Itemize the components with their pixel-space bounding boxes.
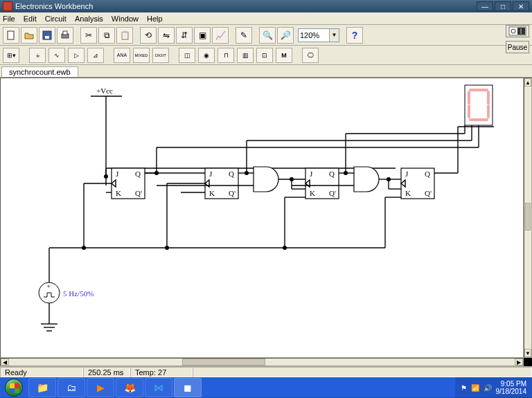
print-button[interactable] xyxy=(57,27,73,44)
sources-icon[interactable]: ⏚ xyxy=(29,48,46,63)
status-time: 250.25 ms xyxy=(83,367,130,377)
svg-text:J: J xyxy=(310,170,313,178)
svg-point-41 xyxy=(245,171,249,175)
status-bar: Ready 250.25 ms Temp: 27 xyxy=(0,366,532,377)
taskbar-ewb-icon[interactable]: ◼ xyxy=(174,378,202,397)
misc2-icon[interactable]: M xyxy=(276,48,292,63)
menu-window[interactable]: Window xyxy=(112,15,139,23)
svg-rect-4 xyxy=(63,31,67,35)
tray-clock[interactable]: 9:05 PM 9/18/2014 xyxy=(496,380,527,395)
subcircuit-button[interactable]: ▣ xyxy=(194,27,211,44)
vertical-scrollbar[interactable]: ▲ ▼ xyxy=(524,78,532,358)
basic-icon[interactable]: ∿ xyxy=(48,48,65,63)
instruments-icon[interactable]: ⊡ xyxy=(256,48,273,63)
diodes-icon[interactable]: ▷ xyxy=(68,48,85,63)
seven-segment-display[interactable] xyxy=(465,85,493,125)
vcc-label: +Vcc xyxy=(96,87,113,95)
transistors-icon[interactable]: ⊿ xyxy=(87,48,104,63)
circuit-canvas[interactable]: +Vcc J Q K Q' J Q K Q' J Q K Q' J Q K Q' xyxy=(0,78,524,358)
svg-text:Q: Q xyxy=(229,170,234,178)
svg-text:Q': Q' xyxy=(135,189,142,197)
taskbar-libraries-icon[interactable]: 🗂 xyxy=(57,378,85,397)
zoom-out-button[interactable]: 🔍 xyxy=(259,27,276,44)
status-blank xyxy=(193,367,532,377)
svg-point-67 xyxy=(165,246,169,250)
controls-icon[interactable]: ⊓ xyxy=(218,48,234,63)
scroll-left-icon[interactable]: ◀ xyxy=(1,359,9,365)
save-button[interactable] xyxy=(39,27,55,44)
system-tray[interactable]: ⚑ 📶 🔊 9:05 PM 9/18/2014 xyxy=(455,377,533,398)
svg-text:Q: Q xyxy=(425,170,430,178)
status-ready: Ready xyxy=(0,367,83,377)
cut-button[interactable]: ✂ xyxy=(80,27,97,44)
tray-flag-icon[interactable]: ⚑ xyxy=(461,384,467,392)
paste-button[interactable]: 📋 xyxy=(116,27,133,44)
flip-v-button[interactable]: ⇵ xyxy=(176,27,193,44)
horizontal-scrollbar[interactable]: ◀ ▶ xyxy=(0,358,524,366)
svg-text:K: K xyxy=(209,189,215,197)
taskbar-explorer-icon[interactable]: 📁 xyxy=(28,378,56,397)
flip-h-button[interactable]: ⇋ xyxy=(158,27,175,44)
vscroll-thumb[interactable] xyxy=(525,203,531,230)
open-button[interactable] xyxy=(21,27,37,44)
minimize-button[interactable]: — xyxy=(477,1,493,11)
digital-ic-icon[interactable]: DIGIT xyxy=(152,48,169,63)
windows-orb-icon xyxy=(5,379,23,397)
document-tab[interactable]: synchrocount.ewb xyxy=(1,66,78,77)
svg-text:Q': Q' xyxy=(425,189,432,197)
svg-text:Q': Q' xyxy=(329,189,336,197)
document-tabs: synchrocount.ewb xyxy=(0,65,532,78)
clock-source[interactable]: + xyxy=(39,282,60,303)
copy-button[interactable]: ⧉ xyxy=(98,27,115,44)
ground-symbol xyxy=(41,324,57,331)
menu-analysis[interactable]: Analysis xyxy=(75,15,103,23)
app-title: Electronics Workbench xyxy=(15,2,477,10)
menu-file[interactable]: File xyxy=(3,15,15,23)
taskbar-firefox-icon[interactable]: 🦊 xyxy=(116,378,143,397)
taskbar-wmp-icon[interactable]: ▶ xyxy=(87,378,114,397)
tray-network-icon[interactable]: 📶 xyxy=(471,384,479,392)
close-button[interactable]: ✕ xyxy=(513,1,529,11)
jk-flipflop-2[interactable]: J Q K Q' xyxy=(205,168,238,199)
misc-icon[interactable]: ▥ xyxy=(237,48,254,63)
svg-text:K: K xyxy=(310,189,315,197)
zoom-in-button[interactable]: 🔎 xyxy=(277,27,294,44)
menu-help[interactable]: Help xyxy=(147,15,163,23)
menu-circuit[interactable]: Circuit xyxy=(45,15,66,23)
zoom-input[interactable] xyxy=(299,31,329,39)
jk-flipflop-1[interactable]: J Q K Q' xyxy=(112,168,145,199)
and-gate-2[interactable] xyxy=(354,167,379,192)
taskbar-vscode-icon[interactable]: ⋈ xyxy=(145,378,172,397)
scroll-right-icon[interactable]: ▶ xyxy=(515,359,523,365)
tray-volume-icon[interactable]: 🔊 xyxy=(484,384,492,392)
power-switch[interactable] xyxy=(506,25,529,37)
jk-flipflop-3[interactable]: J Q K Q' xyxy=(305,168,339,199)
scroll-down-icon[interactable]: ▼ xyxy=(524,349,531,357)
svg-point-70 xyxy=(283,246,287,250)
rotate-button[interactable]: ⟲ xyxy=(140,27,157,44)
help-button[interactable]: ? xyxy=(346,27,363,44)
maximize-button[interactable]: □ xyxy=(495,1,511,11)
menu-edit[interactable]: Edit xyxy=(24,15,37,23)
new-button[interactable] xyxy=(3,27,19,44)
pause-button[interactable]: Pause xyxy=(506,41,529,53)
display-icon[interactable]: 🖵 xyxy=(302,48,319,63)
component-toolbar: ⊞▾ ⏚ ∿ ▷ ⊿ ANA MIXED DIGIT ◫ ◉ ⊓ ▥ ⊡ M 🖵 xyxy=(0,46,532,65)
svg-text:+: + xyxy=(46,282,51,290)
hscroll-thumb[interactable] xyxy=(182,359,265,365)
properties-button[interactable]: ✎ xyxy=(236,27,252,44)
mixed-ic-icon[interactable]: MIXED xyxy=(133,48,150,63)
favorites-icon[interactable]: ⊞▾ xyxy=(3,48,19,63)
zoom-select[interactable]: ▼ xyxy=(298,28,339,42)
scroll-up-icon[interactable]: ▲ xyxy=(524,78,531,87)
logic-gates-icon[interactable]: ◫ xyxy=(179,48,195,63)
zoom-dropdown-icon[interactable]: ▼ xyxy=(329,29,339,42)
start-button[interactable] xyxy=(0,377,28,398)
source-label: 5 Hz/50% xyxy=(63,289,94,298)
analog-ic-icon[interactable]: ANA xyxy=(114,48,130,63)
jk-flipflop-4[interactable]: J Q K Q' xyxy=(401,168,434,199)
and-gate-1[interactable] xyxy=(254,167,278,192)
svg-text:K: K xyxy=(405,189,411,197)
graph-button[interactable]: 📈 xyxy=(212,27,229,44)
indicators-icon[interactable]: ◉ xyxy=(198,48,215,63)
